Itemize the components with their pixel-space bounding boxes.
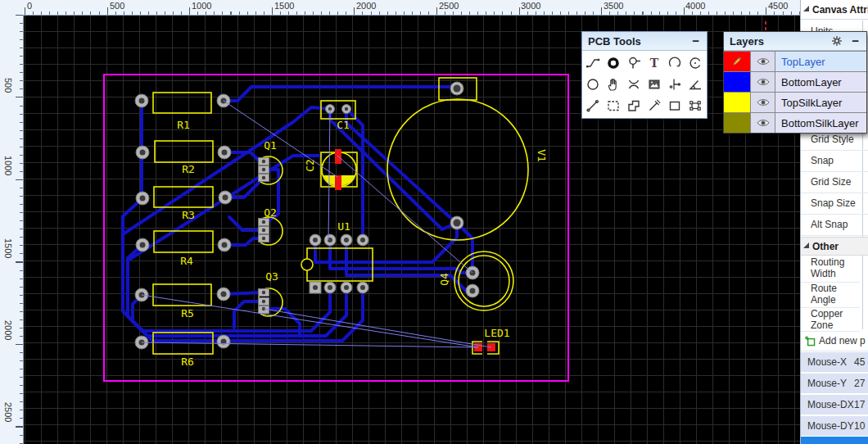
component-R2[interactable]: R2 [136, 141, 231, 175]
layer-color-swatch[interactable] [724, 93, 750, 112]
tool-angle[interactable] [685, 74, 705, 95]
layer-color-swatch[interactable] [724, 72, 750, 92]
tool-select[interactable] [603, 95, 623, 116]
svg-text:R6: R6 [181, 356, 194, 368]
ruler-vertical: 500 1000 1500 2000 2500 [0, 0, 24, 444]
layer-name[interactable]: BottomSilkLayer [775, 113, 866, 133]
other-section-header[interactable]: Other [801, 237, 868, 256]
ruler-tick-label: 3500 [604, 1, 623, 11]
pcb-tools-title: PCB Tools [588, 35, 690, 48]
visibility-eye-icon[interactable] [750, 52, 775, 71]
tool-arc[interactable] [664, 52, 685, 74]
component-R1[interactable]: R1 [135, 93, 230, 131]
svg-text:U1: U1 [337, 220, 350, 233]
gear-icon[interactable] [831, 35, 843, 47]
layers-header[interactable]: Layers − [724, 32, 866, 51]
text-icon: T [647, 56, 662, 70]
ruler-tick-label: 0 [27, 1, 32, 11]
sidebar-section-header[interactable]: Canvas Attrib [801, 0, 868, 20]
layer-row-topsilklayer[interactable]: TopSilkLayer [724, 92, 866, 112]
ruler-tick-label: 4500 [768, 1, 788, 11]
copper-traces[interactable] [123, 87, 472, 341]
svg-text:Q2: Q2 [264, 206, 277, 219]
svg-text:R4: R4 [180, 255, 193, 267]
component-Q4[interactable]: Q4 [438, 251, 513, 310]
tool-dimension[interactable] [664, 74, 685, 95]
tool-via[interactable] [623, 52, 644, 74]
layer-row-bottomlayer[interactable]: BottomLayer [724, 71, 866, 92]
component-V1[interactable]: V1 [387, 78, 548, 240]
mouse-dy-readout: Mouse-DY10 [801, 416, 868, 437]
tool-copper-area[interactable] [623, 95, 644, 116]
minimize-button[interactable]: − [690, 35, 701, 47]
collapse-icon [803, 6, 809, 11]
component-R4[interactable]: R4 [136, 231, 231, 267]
attr-row-snap-size: Snap Size [801, 193, 868, 215]
arc-center-icon [688, 56, 703, 70]
tool-measure[interactable] [582, 95, 603, 116]
layer-name[interactable]: BottomLayer [775, 72, 866, 92]
svg-text:R3: R3 [182, 209, 195, 221]
add-new-parameter-button[interactable]: Add new p [801, 331, 868, 351]
hand-icon [606, 77, 621, 92]
tool-circle[interactable] [582, 74, 603, 95]
tool-track[interactable] [582, 52, 603, 74]
pad-icon [606, 56, 621, 70]
ruler-tick-label: 1500 [274, 1, 294, 11]
rectangle-icon [667, 98, 682, 113]
sidebar-title: Canvas Attrib [812, 4, 868, 16]
layer-color-swatch[interactable] [724, 52, 750, 71]
ruler-tick-label: 1500 [3, 238, 13, 258]
svg-text:R2: R2 [182, 163, 195, 175]
visibility-eye-icon[interactable] [750, 113, 775, 133]
svg-text:R5: R5 [181, 307, 194, 319]
svg-text:R1: R1 [177, 119, 190, 131]
layer-color-swatch[interactable] [724, 113, 750, 133]
smd-pad[interactable] [335, 175, 341, 190]
attr-row-route-angle: Route Angle [801, 281, 860, 308]
tool-pad[interactable] [603, 52, 623, 74]
layer-name[interactable]: TopLayer [775, 52, 866, 71]
layer-row-toplayer[interactable]: TopLayer [724, 51, 866, 71]
ruler-tick-label: 3000 [521, 1, 540, 11]
pencil-icon [731, 56, 743, 67]
attr-row-snap: Snap [801, 150, 868, 172]
component-R5[interactable]: R5 [135, 284, 230, 319]
dimension-icon [667, 77, 682, 92]
tool-hole[interactable] [623, 74, 644, 95]
collapse-icon [803, 242, 809, 248]
pcb-tools-header[interactable]: PCB Tools − [582, 32, 707, 51]
attr-row-alt-snap: Alt Snap [801, 214, 868, 236]
layer-name[interactable]: TopSilkLayer [775, 93, 866, 112]
layer-row-bottomsilklayer[interactable]: BottomSilkLayer [724, 112, 866, 133]
protractor-icon [688, 77, 703, 92]
tool-rect[interactable] [664, 95, 685, 116]
tool-drag[interactable] [603, 74, 623, 95]
attr-row-copper-zone: Copper Zone [801, 306, 860, 332]
tool-group[interactable] [685, 95, 705, 116]
arc-icon [667, 56, 682, 70]
svg-text:LED1: LED1 [484, 327, 509, 339]
tool-text[interactable]: T [644, 52, 664, 74]
mouse-x-readout: Mouse-X45 [801, 352, 868, 374]
svg-text:C1: C1 [337, 119, 350, 131]
tool-test-point[interactable] [644, 95, 664, 116]
visibility-eye-icon[interactable] [750, 93, 775, 112]
svg-text:Q3: Q3 [265, 270, 278, 283]
add-icon [805, 336, 816, 347]
minimize-button[interactable]: − [850, 35, 861, 47]
group-icon [688, 98, 703, 113]
tool-arc-center[interactable] [685, 52, 705, 74]
copper-area-icon [626, 98, 641, 113]
circle-icon [585, 77, 600, 92]
attr-row-routing-width: Routing Width [801, 255, 860, 283]
pcb-tools-grid: T [582, 51, 707, 118]
ruler-tick-label: 2000 [356, 1, 376, 11]
component-LED1[interactable]: LED1 [472, 327, 510, 354]
ruler-horizontal: 0 500 1000 1500 2000 2500 3000 3500 4000… [23, 0, 801, 16]
svg-text:Q1: Q1 [264, 139, 277, 152]
image-icon [647, 77, 662, 92]
sidebar-bottom-bar[interactable] [801, 437, 868, 444]
visibility-eye-icon[interactable] [750, 72, 775, 92]
tool-image[interactable] [644, 74, 664, 95]
